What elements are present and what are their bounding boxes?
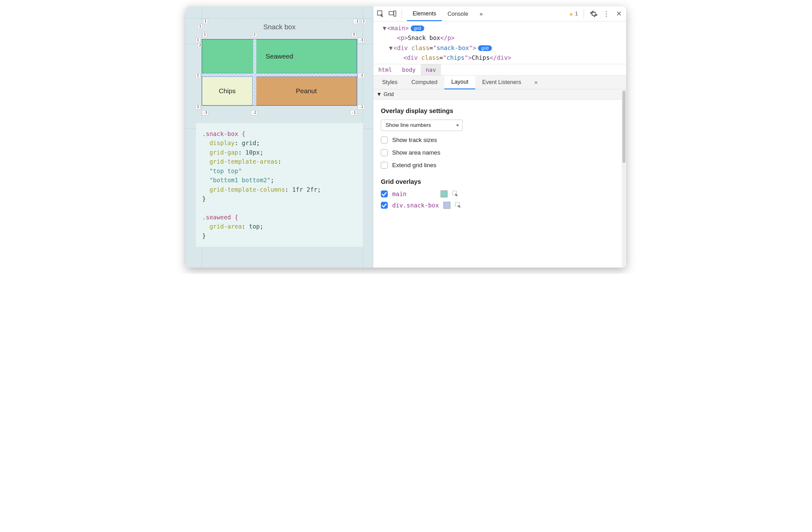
dom-node-snackbox: ▼<div class="snack-box">grid [383,43,626,53]
color-swatch[interactable] [440,191,448,197]
subtab-more[interactable]: » [533,77,539,87]
grid-badge[interactable]: grid [411,26,424,31]
scrollbar-thumb[interactable] [622,91,625,163]
checkbox-icon[interactable] [381,162,388,169]
grid-badge[interactable]: grid [478,45,492,51]
subtab-computed[interactable]: Computed [404,76,444,89]
dom-node-main: ▼<main>grid [383,23,626,33]
overlay-settings-title: Overlay display settings [381,107,619,115]
grid-overlays-title: Grid overlays [381,178,619,185]
main-tabs: Elements Console » [407,6,489,21]
separator [402,10,402,18]
line-number: -1 [350,110,357,115]
color-swatch[interactable] [444,202,450,209]
devtools-panel: Elements Console » ▲1 ⋮ ✕ ▼<main>grid <p… [373,6,626,268]
overlay-main[interactable]: main [381,191,619,197]
subtab-eventlisteners[interactable]: Event Listeners [475,76,528,89]
checkbox-icon[interactable] [381,149,388,156]
svg-rect-2 [394,11,396,16]
devtools-toolbar: Elements Console » ▲1 ⋮ ✕ [373,6,626,22]
scrollbar[interactable] [622,89,626,268]
cell-chips: Chips [202,76,252,106]
dom-node-chips: <div class="chips">Chips</div> [383,53,626,62]
gridline [186,18,373,18]
line-number: -2 [358,73,364,78]
highlight-icon[interactable] [455,202,462,209]
page-viewport: 1 -1 2 1 2 3 Snack box 1 2 3 1 -3 2 -2 3… [186,6,373,268]
checkbox-icon[interactable] [381,191,388,197]
line-number: 1 [203,32,207,37]
crumb-html[interactable]: html [373,64,397,75]
tab-console[interactable]: Console [442,7,474,20]
device-toggle-icon[interactable] [388,10,396,18]
snack-box-area: 1 2 3 1 -3 2 -2 3 -1 -3 -2 -1 Seaweed Ch… [201,39,358,106]
separator [584,10,584,18]
breadcrumb[interactable]: html body nav [373,64,626,75]
crumb-body[interactable]: body [397,64,420,75]
line-number: 2 [195,73,200,78]
overlay-snackbox[interactable]: div.snack-box [381,202,619,209]
subtab-layout[interactable]: Layout [444,75,475,89]
line-number: -3 [358,38,364,43]
crumb-nav[interactable]: nav [421,64,441,75]
line-number: 2 [252,32,257,37]
check-extend-grid-lines[interactable]: Extend grid lines [381,162,619,169]
warnings-badge[interactable]: ▲1 [569,11,578,17]
line-number: 3 [352,32,356,37]
check-show-area-names[interactable]: Show area names [381,149,619,156]
close-icon[interactable]: ✕ [615,10,623,18]
checkbox-icon[interactable] [381,137,388,143]
svg-rect-1 [389,11,393,15]
tab-more[interactable]: » [474,7,489,20]
layout-pane: ▼ Grid Overlay display settings Show lin… [373,89,626,268]
line-number: -1 [358,104,364,110]
checkbox-icon[interactable] [381,202,388,209]
warning-icon: ▲ [569,11,574,17]
subtab-styles[interactable]: Styles [375,76,404,89]
cell-peanut: Peanut [256,76,357,106]
dom-tree[interactable]: ▼<main>grid <p>Snack box</p> ▼<div class… [373,22,626,64]
cell-seaweed: Seaweed [202,39,357,73]
styles-subtabs: Styles Computed Layout Event Listeners » [373,75,626,89]
code-block: .snack-box { display: grid; grid-gap: 10… [196,123,363,247]
line-number: 3 [195,104,200,110]
tab-elements[interactable]: Elements [407,6,442,21]
snack-box-grid: Seaweed Chips Peanut [202,39,357,106]
line-numbers-select[interactable]: Show line numbers [381,120,463,131]
kebab-menu-icon[interactable]: ⋮ [602,10,610,18]
highlight-icon[interactable] [452,191,459,197]
line-number: -3 [202,110,208,115]
page-title: Snack box [196,23,363,31]
dom-node-p: <p>Snack box</p> [383,33,626,43]
line-number: -2 [251,110,258,115]
line-number: 1 [195,38,200,43]
check-show-track-sizes[interactable]: Show track sizes [381,137,619,143]
gear-icon[interactable] [590,10,598,18]
section-grid-head[interactable]: ▼ Grid [373,89,626,100]
inspect-element-icon[interactable] [376,10,385,18]
